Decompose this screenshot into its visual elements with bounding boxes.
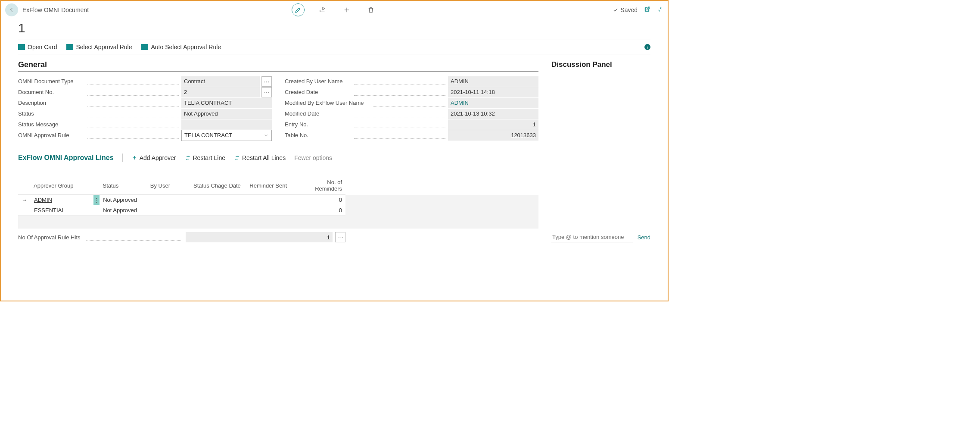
cell-by-user xyxy=(147,195,190,205)
row-menu-button[interactable]: ⋮ xyxy=(93,195,100,205)
restart-line-action[interactable]: Restart Line xyxy=(185,154,225,161)
edit-button[interactable] xyxy=(292,3,305,16)
created-by-value: ADMIN xyxy=(448,76,538,87)
auto-select-rule-action[interactable]: Auto Select Approval Rule xyxy=(141,44,221,50)
popout-button[interactable] xyxy=(644,6,650,14)
fewer-options[interactable]: Fewer options xyxy=(294,154,332,161)
page-content: 1 Open Card Select Approval Rule Auto Se… xyxy=(1,21,668,242)
header-toolbar xyxy=(292,3,377,16)
rule-hits-value: 1 xyxy=(186,232,333,242)
new-button[interactable] xyxy=(341,4,353,16)
created-date-label: Created Date xyxy=(285,89,352,95)
description-value[interactable]: TELIA CONTRACT xyxy=(181,98,272,108)
created-date-value: 2021-10-11 14:18 xyxy=(448,87,538,97)
form-left-column: OMNI Document Type Contract ··· Document… xyxy=(18,76,272,141)
restart-all-label: Restart All Lines xyxy=(242,154,286,161)
share-icon xyxy=(319,6,327,14)
cell-no-reminders: 0 xyxy=(298,195,345,205)
lines-toolbar: ExFlow OMNI Approval Lines ＋ Add Approve… xyxy=(18,154,538,165)
col-by-user[interactable]: By User xyxy=(147,176,190,195)
record-number: 1 xyxy=(18,21,650,35)
entry-no-value: 1 xyxy=(448,119,538,130)
add-approver-label: Add Approver xyxy=(140,154,176,161)
col-status-change-date[interactable]: Status Chage Date xyxy=(190,176,246,195)
chevron-down-icon xyxy=(264,133,269,138)
doc-no-lookup[interactable]: ··· xyxy=(261,87,272,97)
cell-reminder-sent xyxy=(246,205,298,216)
check-icon xyxy=(613,7,619,13)
approval-rule-select[interactable]: TELIA CONTRACT xyxy=(181,130,272,141)
cell-status: Not Approved xyxy=(100,195,147,205)
approval-rule-label: OMNI Approval Rule xyxy=(18,132,85,138)
collapse-button[interactable] xyxy=(656,6,663,14)
approval-lines-grid: Approver Group Status By User Status Cha… xyxy=(18,176,538,242)
cell-status-change-date xyxy=(190,195,246,205)
cell-approver-group[interactable]: ESSENTIAL xyxy=(31,205,87,216)
open-card-label: Open Card xyxy=(28,44,57,50)
col-no-reminders[interactable]: No. of Reminders xyxy=(298,176,345,195)
doc-no-label: Document No. xyxy=(18,89,85,95)
modified-date-label: Modified Date xyxy=(285,110,352,117)
info-button[interactable]: i xyxy=(644,44,650,50)
col-approver-group[interactable]: Approver Group xyxy=(30,176,86,195)
swap-icon xyxy=(185,155,191,161)
doc-type-label: OMNI Document Type xyxy=(18,78,85,85)
doc-type-value[interactable]: Contract xyxy=(181,76,260,87)
saved-label: Saved xyxy=(620,6,638,13)
restart-line-label: Restart Line xyxy=(193,154,225,161)
swap-icon xyxy=(234,155,240,161)
approval-rule-value: TELIA CONTRACT xyxy=(184,132,232,138)
cell-status: Not Approved xyxy=(100,205,147,216)
rule-hits-lookup[interactable]: ··· xyxy=(335,232,345,242)
auto-select-rule-label: Auto Select Approval Rule xyxy=(151,44,221,50)
lines-title: ExFlow OMNI Approval Lines xyxy=(18,154,114,162)
status-msg-value xyxy=(181,119,272,130)
card-icon xyxy=(18,44,25,50)
plus-icon xyxy=(343,6,351,14)
modified-by-value[interactable]: ADMIN xyxy=(448,98,538,108)
arrow-left-icon xyxy=(8,6,15,13)
col-status[interactable]: Status xyxy=(99,176,146,195)
restart-all-action[interactable]: Restart All Lines xyxy=(234,154,286,161)
plus-icon: ＋ xyxy=(131,154,137,162)
select-rule-label: Select Approval Rule xyxy=(76,44,132,50)
pencil-icon xyxy=(294,6,302,14)
table-row[interactable]: → ADMIN ⋮ Not Approved 0 xyxy=(18,195,345,205)
auto-icon xyxy=(141,44,148,50)
trash-icon xyxy=(367,6,375,14)
grid-header-row: Approver Group Status By User Status Cha… xyxy=(18,176,345,195)
back-button[interactable] xyxy=(5,3,18,16)
open-card-action[interactable]: Open Card xyxy=(18,44,57,50)
created-by-label: Created By User Name xyxy=(285,78,352,85)
modified-by-label: Modified By ExFlow User Name xyxy=(285,100,371,106)
share-button[interactable] xyxy=(317,4,329,16)
page-header: ExFlow OMNI Document Saved xyxy=(1,1,668,19)
delete-button[interactable] xyxy=(365,4,377,16)
discussion-panel: Discussion Panel Send xyxy=(551,60,650,242)
action-bar: Open Card Select Approval Rule Auto Sele… xyxy=(18,40,650,54)
list-icon xyxy=(66,44,73,50)
cell-status-change-date xyxy=(190,205,246,216)
popout-icon xyxy=(644,6,650,13)
status-msg-label: Status Message xyxy=(18,121,85,128)
cell-no-reminders: 0 xyxy=(298,205,345,216)
status-value: Not Approved xyxy=(181,109,272,119)
breadcrumb: ExFlow OMNI Document xyxy=(22,6,89,13)
status-label: Status xyxy=(18,110,85,117)
add-approver-action[interactable]: ＋ Add Approver xyxy=(131,154,176,162)
saved-indicator: Saved xyxy=(613,6,638,13)
discussion-input[interactable] xyxy=(551,232,633,242)
doc-type-lookup[interactable]: ··· xyxy=(261,76,272,87)
col-reminder-sent[interactable]: Reminder Sent xyxy=(246,176,298,195)
cell-reminder-sent xyxy=(246,195,298,205)
table-no-label: Table No. xyxy=(285,132,352,138)
cell-approver-group[interactable]: ADMIN xyxy=(34,197,52,203)
doc-no-value[interactable]: 2 xyxy=(181,87,260,97)
modified-date-value: 2021-10-13 10:32 xyxy=(448,109,538,119)
row-indicator-icon: → xyxy=(22,197,27,203)
description-label: Description xyxy=(18,100,85,106)
table-row[interactable]: ESSENTIAL Not Approved 0 xyxy=(18,205,345,216)
select-rule-action[interactable]: Select Approval Rule xyxy=(66,44,132,50)
discussion-title: Discussion Panel xyxy=(551,60,650,69)
send-button[interactable]: Send xyxy=(638,234,650,241)
